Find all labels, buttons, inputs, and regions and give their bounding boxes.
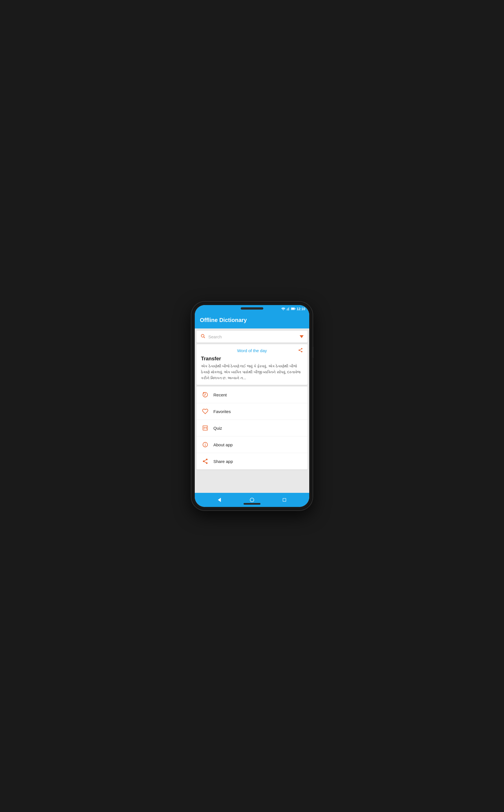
menu-label-about: About app (213, 442, 233, 447)
svg-line-14 (300, 349, 301, 350)
svg-rect-32 (283, 498, 286, 502)
menu-section: Recent Favorites A B (196, 387, 308, 469)
nav-recents-button[interactable] (279, 494, 290, 506)
search-icon (200, 334, 205, 340)
svg-point-20 (206, 427, 207, 428)
menu-item-favorites[interactable]: Favorites (196, 403, 308, 420)
svg-point-8 (201, 334, 204, 337)
svg-line-9 (204, 337, 205, 338)
svg-rect-1 (286, 309, 287, 310)
app-bar: Offline Dictionary (195, 313, 309, 328)
svg-point-19 (204, 429, 205, 429)
content-spacer (195, 471, 309, 491)
nav-back-button[interactable] (214, 494, 225, 506)
status-icons: 12:10 (281, 307, 305, 311)
wotd-definition: એક ઠેકાણેથી બીજે ઠેકાણે લઈ જવું કે ફેરવવ… (201, 363, 303, 381)
svg-marker-30 (218, 498, 221, 502)
wotd-word: Transfer (201, 356, 303, 362)
menu-label-share: Share app (213, 459, 233, 464)
bottom-nav (195, 493, 309, 507)
recent-icon (201, 390, 209, 399)
svg-point-27 (206, 462, 208, 464)
about-icon (201, 440, 209, 449)
wotd-share-icon[interactable] (298, 348, 303, 354)
svg-rect-3 (288, 308, 289, 310)
svg-line-28 (204, 462, 206, 463)
svg-point-10 (301, 348, 302, 349)
quiz-icon: A B (201, 424, 209, 432)
phone-shell: 12:10 Offline Dictionary Search (191, 302, 313, 510)
menu-label-recent: Recent (213, 392, 227, 397)
svg-rect-2 (287, 308, 288, 310)
share-icon (201, 457, 209, 465)
signal-icon (286, 307, 290, 311)
menu-item-recent[interactable]: Recent (196, 387, 308, 403)
phone-screen: 12:10 Offline Dictionary Search (195, 305, 309, 507)
svg-rect-7 (295, 308, 295, 309)
side-button-right (312, 347, 313, 358)
svg-rect-6 (291, 308, 295, 309)
main-content: Search Word of the day (195, 328, 309, 493)
status-bar: 12:10 (195, 305, 309, 313)
status-time: 12:10 (297, 307, 305, 311)
svg-point-21 (206, 429, 207, 429)
wotd-header: Word of the day (201, 348, 303, 353)
svg-point-12 (301, 351, 302, 352)
search-bar[interactable]: Search (196, 331, 308, 343)
svg-line-13 (300, 350, 301, 351)
menu-label-quiz: Quiz (213, 426, 222, 431)
svg-point-11 (299, 349, 300, 351)
search-placeholder: Search (208, 334, 300, 339)
svg-point-31 (250, 498, 254, 502)
app-title: Offline Dictionary (200, 317, 304, 323)
dropdown-icon[interactable] (300, 334, 304, 339)
svg-point-18 (204, 427, 205, 428)
svg-point-25 (206, 459, 208, 460)
svg-rect-4 (289, 307, 289, 310)
wotd-title: Word of the day (237, 348, 267, 353)
favorites-icon (201, 407, 209, 416)
menu-item-quiz[interactable]: A B Quiz (196, 420, 308, 436)
battery-icon (291, 307, 295, 311)
svg-point-0 (283, 310, 284, 310)
svg-line-29 (204, 460, 206, 461)
svg-point-26 (203, 461, 205, 462)
wifi-icon (281, 307, 285, 311)
nav-home-button[interactable] (246, 494, 258, 506)
word-of-the-day-card: Word of the day Transfer એક ઠેકાણેથી બીજ… (196, 344, 308, 385)
menu-label-favorites: Favorites (213, 409, 231, 414)
menu-item-about[interactable]: About app (196, 436, 308, 453)
menu-item-share[interactable]: Share app (196, 453, 308, 469)
